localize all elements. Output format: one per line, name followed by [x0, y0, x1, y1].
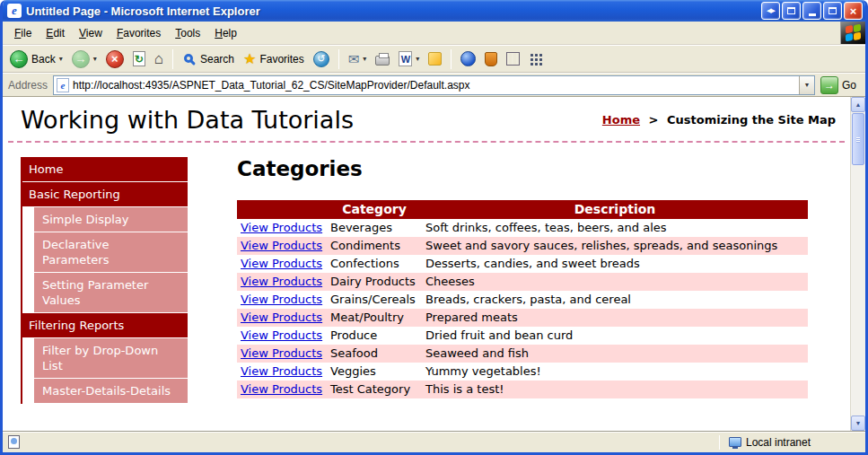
- view-products-link[interactable]: View Products: [241, 311, 322, 324]
- back-icon: ←: [10, 50, 28, 68]
- menu-item-help[interactable]: Help: [208, 24, 243, 42]
- favorites-label: Favorites: [259, 53, 303, 66]
- address-input[interactable]: [69, 77, 799, 93]
- history-button[interactable]: ↺: [310, 49, 333, 69]
- search-label: Search: [200, 53, 234, 66]
- view-products-link[interactable]: View Products: [241, 364, 322, 378]
- view-products-link[interactable]: View Products: [241, 382, 322, 396]
- history-icon: ↺: [313, 51, 329, 67]
- view-products-link[interactable]: View Products: [241, 275, 322, 288]
- favorites-star-icon: ★: [243, 50, 256, 67]
- page-body: HomeBasic ReportingSimple DisplayDeclara…: [3, 143, 850, 404]
- favorites-button[interactable]: ★ Favorites: [240, 48, 308, 69]
- search-icon: [184, 54, 193, 63]
- categories-tbody: View ProductsBeveragesSoft drinks, coffe…: [237, 219, 808, 398]
- toolbar-separator: [451, 49, 452, 69]
- maximize-button[interactable]: [823, 2, 842, 20]
- title-window-button[interactable]: [782, 2, 801, 20]
- view-products-link[interactable]: View Products: [241, 239, 322, 252]
- category-cell: Produce: [327, 327, 422, 345]
- edit-with-word-button[interactable]: W ▾: [395, 49, 423, 68]
- address-dropdown-button[interactable]: ▼: [799, 76, 814, 94]
- category-cell: Dairy Products: [327, 273, 422, 291]
- sidebar-item-filter-by-drop-down-list[interactable]: Filter by Drop-Down List: [34, 338, 188, 378]
- go-button[interactable]: → Go: [820, 76, 860, 94]
- view-products-cell: View Products: [237, 327, 327, 345]
- forward-caret-icon: ▾: [93, 55, 97, 63]
- media-button[interactable]: [481, 50, 501, 68]
- category-cell: Grains/Cereals: [327, 291, 422, 309]
- category-cell: Veggies: [327, 363, 422, 381]
- grid-button[interactable]: [525, 50, 546, 67]
- notes-button[interactable]: [425, 50, 445, 67]
- table-row: View ProductsConfectionsDesserts, candie…: [237, 255, 808, 273]
- menu-item-edit[interactable]: Edit: [39, 24, 71, 42]
- forward-icon: →: [72, 50, 90, 68]
- table-header-row: Category Description: [237, 200, 808, 219]
- window-controls: ◀▶ ×: [761, 2, 863, 20]
- description-cell: Dried fruit and bean curd: [422, 327, 808, 345]
- breadcrumb-home-link[interactable]: Home: [602, 113, 640, 127]
- vertical-scrollbar[interactable]: ▲ ▼: [850, 97, 865, 431]
- sidebar-item-setting-parameter-values[interactable]: Setting Parameter Values: [34, 273, 188, 312]
- close-button[interactable]: ×: [844, 2, 863, 20]
- table-row: View ProductsSeafoodSeaweed and fish: [237, 345, 808, 363]
- sidebar-item-basic-reporting[interactable]: Basic Reporting: [21, 182, 188, 206]
- sidebar-item-filtering-reports[interactable]: Filtering Reports: [21, 313, 188, 337]
- note-icon: [428, 52, 442, 66]
- scroll-down-button[interactable]: ▼: [851, 416, 865, 431]
- view-products-link[interactable]: View Products: [241, 221, 322, 234]
- maximize-icon: [829, 7, 837, 14]
- status-bar: Local intranet: [3, 431, 865, 452]
- mail-button[interactable]: ✉ ▾: [345, 49, 371, 69]
- browser-window: e Untitled Page - Microsoft Internet Exp…: [0, 0, 868, 455]
- menu-item-file[interactable]: File: [8, 24, 38, 42]
- description-cell: This is a test!: [422, 381, 808, 398]
- category-cell: Test Category: [327, 381, 422, 398]
- category-cell: Condiments: [327, 237, 422, 255]
- toolbar-separator: [172, 49, 173, 69]
- table-header-empty: [237, 200, 327, 219]
- sidebar-item-declarative-parameters[interactable]: Declarative Parameters: [34, 232, 188, 272]
- refresh-button[interactable]: ↻: [129, 49, 149, 68]
- back-label: Back: [31, 53, 56, 66]
- scroll-up-button[interactable]: ▲: [851, 97, 865, 112]
- menu-item-tools[interactable]: Tools: [169, 24, 206, 42]
- menu-item-favorites[interactable]: Favorites: [110, 24, 167, 42]
- view-products-link[interactable]: View Products: [241, 328, 322, 342]
- scroll-thumb[interactable]: [852, 113, 864, 165]
- media-icon: [485, 52, 497, 66]
- category-cell: Seafood: [327, 345, 422, 363]
- categories-table: Category Description View ProductsBevera…: [237, 200, 808, 398]
- sidebar-item-simple-display[interactable]: Simple Display: [34, 207, 188, 232]
- go-arrow-icon: →: [820, 76, 838, 94]
- view-products-link[interactable]: View Products: [241, 346, 322, 360]
- windows-logo: [840, 22, 865, 44]
- description-cell: Yummy vegetables!: [422, 363, 808, 381]
- categories-heading: Categories: [237, 157, 829, 180]
- scroll-track[interactable]: [851, 166, 865, 416]
- print-button[interactable]: [372, 50, 393, 67]
- sidebar-item-master-details-details[interactable]: Master-Details-Details: [34, 379, 188, 403]
- messenger-button[interactable]: [457, 49, 479, 68]
- view-products-link[interactable]: View Products: [241, 293, 322, 306]
- minimize-button[interactable]: [802, 2, 821, 20]
- back-button[interactable]: ← Back ▾: [6, 48, 66, 70]
- sidebar-item-home[interactable]: Home: [21, 157, 188, 181]
- title-bar[interactable]: e Untitled Page - Microsoft Internet Exp…: [3, 0, 865, 22]
- menu-bar: FileEditViewFavoritesToolsHelp: [3, 22, 865, 45]
- address-field: e ▼: [53, 75, 815, 95]
- stop-button[interactable]: ×: [102, 48, 127, 70]
- grid-icon: [529, 52, 542, 66]
- status-divider: [719, 435, 720, 450]
- forward-button[interactable]: → ▾: [68, 48, 101, 70]
- building-button[interactable]: [503, 50, 523, 67]
- table-row: View ProductsMeat/PoultryPrepared meats: [237, 309, 808, 327]
- toolbar-separator: [338, 49, 339, 69]
- search-button[interactable]: Search: [179, 50, 238, 68]
- title-arrows-button[interactable]: ◀▶: [761, 2, 780, 20]
- view-products-link[interactable]: View Products: [241, 257, 322, 270]
- home-button[interactable]: ⌂: [151, 48, 167, 70]
- menu-item-view[interactable]: View: [73, 24, 109, 42]
- category-cell: Confections: [327, 255, 422, 273]
